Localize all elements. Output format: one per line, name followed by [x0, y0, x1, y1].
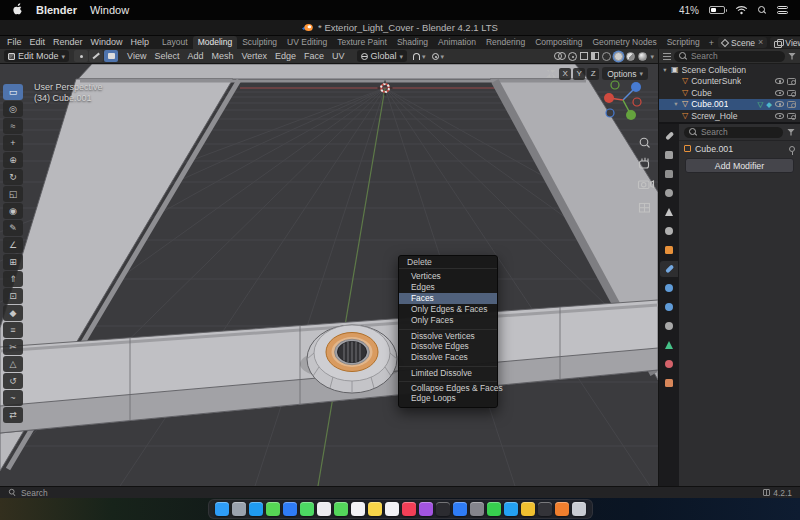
scene-selector[interactable]: Scene ×	[718, 37, 767, 48]
workspace-tab[interactable]: Geometry Nodes	[587, 36, 661, 49]
magnet-icon[interactable]	[413, 53, 420, 60]
context-menu-item[interactable]: Vertices	[399, 271, 497, 282]
context-menu-item[interactable]: Collapse Edges & Faces	[399, 381, 497, 393]
dock-app-icon[interactable]	[538, 502, 552, 516]
viewport-menu-item[interactable]: Mesh	[207, 50, 237, 63]
workspace-tab[interactable]: Texture Paint	[332, 36, 392, 49]
properties-tab[interactable]	[660, 166, 678, 182]
workspace-tab[interactable]: Rendering	[481, 36, 530, 49]
camera-icon[interactable]	[787, 78, 796, 85]
viewport-tool-button[interactable]: ↻	[3, 169, 23, 185]
viewport-menu-item[interactable]: View	[123, 50, 150, 63]
outliner-row[interactable]: ▽ CounterSunk	[659, 76, 800, 88]
xray-icon[interactable]	[591, 52, 599, 60]
eye-icon[interactable]	[775, 90, 784, 96]
mirror-axis-toggle[interactable]: Z	[587, 68, 599, 80]
edge-select-button[interactable]	[89, 50, 103, 62]
viewport-tool-button[interactable]: ∠	[3, 237, 23, 253]
dock-app-icon[interactable]	[334, 502, 348, 516]
mirror-axis-toggle[interactable]: X	[559, 68, 571, 80]
viewport-menu-item[interactable]: Vertex	[237, 50, 271, 63]
viewport-tool-button[interactable]: △	[3, 356, 23, 372]
expand-arrow-icon[interactable]: ▾	[673, 100, 679, 108]
viewport-tool-button[interactable]: ✎	[3, 220, 23, 236]
dock-app-icon[interactable]	[555, 502, 569, 516]
properties-tab[interactable]	[660, 299, 678, 315]
properties-tab[interactable]	[660, 318, 678, 334]
dock-app-icon[interactable]	[266, 502, 280, 516]
properties-tab[interactable]	[660, 128, 678, 144]
gizmos-icon[interactable]	[568, 52, 577, 61]
viewport-canvas[interactable]	[0, 64, 658, 486]
context-menu-item[interactable]: Only Faces	[399, 315, 497, 326]
add-modifier-button[interactable]: Add Modifier	[685, 158, 794, 173]
viewport-tool-button[interactable]: ◎	[3, 101, 23, 117]
outliner-row[interactable]: ▾ ▣ Scene Collection	[659, 64, 800, 76]
dock-app-icon[interactable]	[487, 502, 501, 516]
apple-logo-icon[interactable]	[12, 3, 23, 17]
orientation-dropdown[interactable]: Global ▾	[357, 50, 408, 62]
filter-icon[interactable]	[788, 53, 796, 60]
rendered-shading-icon[interactable]	[638, 52, 647, 61]
viewport-tool-button[interactable]: ✂	[3, 339, 23, 355]
properties-tab[interactable]	[660, 356, 678, 372]
viewport-tool-button[interactable]: ~	[3, 390, 23, 406]
workspace-tab[interactable]: Sculpting	[237, 36, 282, 49]
menu-item[interactable]: Edit	[26, 36, 50, 49]
properties-tab[interactable]	[660, 223, 678, 239]
dock-app-icon[interactable]	[572, 502, 586, 516]
viewport-tool-button[interactable]: ⊡	[3, 288, 23, 304]
vertex-select-button[interactable]	[74, 50, 88, 62]
dock-app-icon[interactable]	[419, 502, 433, 516]
viewport-tool-button[interactable]: +	[3, 135, 23, 151]
viewport-tool-button[interactable]: ⇄	[3, 407, 23, 423]
eye-icon[interactable]	[775, 101, 784, 107]
viewport-tool-button[interactable]: ↺	[3, 373, 23, 389]
properties-tab[interactable]	[660, 375, 678, 391]
outliner-row[interactable]: ▾ ▽ Cube.001 ▽ ◆	[659, 99, 800, 111]
menu-item[interactable]: Window	[87, 36, 127, 49]
properties-filter-icon[interactable]	[787, 129, 795, 136]
workspace-tab[interactable]: Shading	[392, 36, 433, 49]
options-dropdown[interactable]: Options ▾	[602, 67, 648, 80]
dock-app-icon[interactable]	[504, 502, 518, 516]
visibility-icon[interactable]	[554, 52, 565, 60]
properties-tab[interactable]	[660, 280, 678, 296]
workspace-tab[interactable]: UV Editing	[282, 36, 332, 49]
add-workspace-button[interactable]: +	[705, 38, 718, 48]
properties-tab[interactable]	[660, 185, 678, 201]
camera-icon[interactable]	[787, 90, 796, 97]
context-menu-item[interactable]: Limited Dissolve	[399, 366, 497, 378]
menu-item[interactable]: Render	[49, 36, 87, 49]
context-menu-item[interactable]: Dissolve Faces	[399, 352, 497, 363]
wifi-icon[interactable]	[735, 5, 748, 15]
menubar-app-menu[interactable]: Blender	[36, 4, 77, 16]
dock-app-icon[interactable]	[453, 502, 467, 516]
workspace-tab[interactable]: Modeling	[193, 36, 238, 49]
dock-app-icon[interactable]	[283, 502, 297, 516]
overlays-icon[interactable]	[580, 52, 588, 60]
dock-app-icon[interactable]	[521, 502, 535, 516]
viewport-tool-button[interactable]: ▭	[3, 84, 23, 100]
dock-app-icon[interactable]	[215, 502, 229, 516]
material-shading-icon[interactable]	[626, 52, 635, 61]
pin-icon[interactable]	[789, 146, 795, 152]
face-select-button[interactable]	[104, 50, 118, 62]
solid-shading-icon[interactable]	[614, 52, 623, 61]
workspace-tab[interactable]: Compositing	[530, 36, 587, 49]
viewport-menu-item[interactable]: Edge	[271, 50, 300, 63]
viewport-menu-item[interactable]: Select	[150, 50, 183, 63]
wireframe-shading-icon[interactable]	[602, 52, 611, 61]
menu-item[interactable]: Help	[127, 36, 154, 49]
viewlayer-selector[interactable]: ViewLayer ×	[770, 37, 800, 48]
viewport-menu-item[interactable]: Add	[183, 50, 207, 63]
properties-tab[interactable]	[660, 261, 678, 277]
dock-app-icon[interactable]	[470, 502, 484, 516]
viewport-menu-item[interactable]: UV	[328, 50, 349, 63]
context-menu-item[interactable]: Dissolve Edges	[399, 341, 497, 352]
display-mode-icon[interactable]	[663, 53, 671, 60]
context-menu-item[interactable]: Dissolve Vertices	[399, 329, 497, 341]
unlink-scene-icon[interactable]: ×	[758, 38, 763, 47]
dock-app-icon[interactable]	[351, 502, 365, 516]
workspace-tab[interactable]: Scripting	[662, 36, 705, 49]
